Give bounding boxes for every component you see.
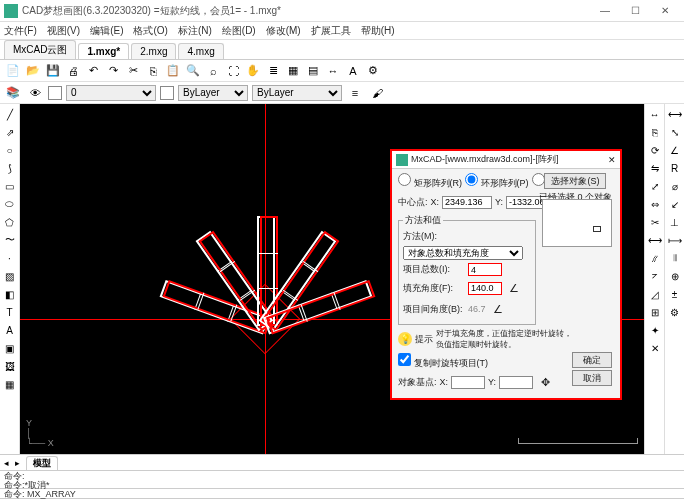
tab-3[interactable]: 4.mxg	[178, 43, 223, 59]
pick-fill-angle-icon[interactable]: ∠	[505, 279, 523, 297]
drawing-canvas[interactable]: Y│└── X MxCAD-[www.mxdraw3d.com]-[阵列] ✕ …	[20, 104, 644, 454]
angular-dim-icon[interactable]: ∠	[667, 142, 683, 158]
rotate-items-checkbox[interactable]: 复制时旋转项目(T)	[398, 353, 488, 370]
layer-select[interactable]: 0	[66, 85, 156, 101]
erase-icon[interactable]: ✕	[647, 340, 663, 356]
layout-prev-icon[interactable]: ◂	[4, 458, 9, 468]
brush-icon[interactable]: 🖌	[368, 84, 386, 102]
block-icon[interactable]: ▦	[284, 62, 302, 80]
dim-style-icon[interactable]: ⚙	[667, 304, 683, 320]
trim-icon[interactable]: ✂	[647, 214, 663, 230]
polygon-icon[interactable]: ⬠	[2, 214, 18, 230]
tab-cloud[interactable]: MxCAD云图	[4, 40, 76, 59]
text-icon[interactable]: A	[344, 62, 362, 80]
center-mark-icon[interactable]: ⊕	[667, 268, 683, 284]
fill-angle-input[interactable]	[468, 282, 502, 295]
undo-icon[interactable]: ↶	[84, 62, 102, 80]
menu-help[interactable]: 帮助(H)	[361, 24, 395, 38]
settings-icon[interactable]: ⚙	[364, 62, 382, 80]
ok-button[interactable]: 确定	[572, 352, 612, 368]
table-icon-2[interactable]: ▦	[2, 376, 18, 392]
menu-file[interactable]: 文件(F)	[4, 24, 37, 38]
tolerance-icon[interactable]: ±	[667, 286, 683, 302]
stretch-icon[interactable]: ⇔	[647, 196, 663, 212]
select-objects-button[interactable]: 选择对象(S)	[544, 173, 606, 189]
open-icon[interactable]: 📂	[24, 62, 42, 80]
move-icon[interactable]: ↔	[647, 106, 663, 122]
scale-icon[interactable]: ⤢	[647, 178, 663, 194]
zoom-window-icon[interactable]: ⌕	[204, 62, 222, 80]
lineweight-icon[interactable]: ≡	[346, 84, 364, 102]
maximize-button[interactable]: ☐	[620, 2, 650, 20]
point-icon[interactable]: ·	[2, 250, 18, 266]
extend-icon[interactable]: ⟷	[647, 232, 663, 248]
mirror-icon[interactable]: ⇋	[647, 160, 663, 176]
aligned-dim-icon[interactable]: ⤡	[667, 124, 683, 140]
tab-2[interactable]: 2.mxg	[131, 43, 176, 59]
pan-icon[interactable]: ✋	[244, 62, 262, 80]
menu-view[interactable]: 视图(V)	[47, 24, 80, 38]
ellipse-icon[interactable]: ⬭	[2, 196, 18, 212]
circle-icon[interactable]: ○	[2, 142, 18, 158]
pick-base-icon[interactable]: ✥	[536, 373, 554, 391]
chamfer-icon[interactable]: ◿	[647, 286, 663, 302]
pick-item-angle-icon[interactable]: ∠	[489, 300, 507, 318]
cut-icon[interactable]: ✂	[124, 62, 142, 80]
mtext-icon[interactable]: T	[2, 304, 18, 320]
redo-icon[interactable]: ↷	[104, 62, 122, 80]
search-icon[interactable]: 🔍	[184, 62, 202, 80]
rotate-icon[interactable]: ⟳	[647, 142, 663, 158]
diameter-dim-icon[interactable]: ⌀	[667, 178, 683, 194]
center-x-input[interactable]	[442, 196, 492, 209]
color-swatch[interactable]	[160, 86, 174, 100]
cancel-button[interactable]: 取消	[572, 370, 612, 386]
text-icon-2[interactable]: A	[2, 322, 18, 338]
item-count-input[interactable]	[468, 263, 502, 276]
block-insert-icon[interactable]: ▣	[2, 340, 18, 356]
arc-icon[interactable]: ⟆	[2, 160, 18, 176]
offset-icon[interactable]: ⫽	[647, 250, 663, 266]
menu-draw[interactable]: 绘图(D)	[222, 24, 256, 38]
zoom-extents-icon[interactable]: ⛶	[224, 62, 242, 80]
image-icon[interactable]: 🖼	[2, 358, 18, 374]
fillet-icon[interactable]: ⦢	[647, 268, 663, 284]
base-x-input[interactable]	[451, 376, 485, 389]
region-icon[interactable]: ◧	[2, 286, 18, 302]
radio-rect-array[interactable]: 矩形阵列(R)	[398, 173, 462, 190]
save-icon[interactable]: 💾	[44, 62, 62, 80]
layer-color-swatch[interactable]	[48, 86, 62, 100]
new-icon[interactable]: 📄	[4, 62, 22, 80]
tab-1[interactable]: 1.mxg*	[78, 43, 129, 59]
dialog-titlebar[interactable]: MxCAD-[www.mxdraw3d.com]-[阵列] ✕	[392, 151, 620, 169]
base-y-input[interactable]	[499, 376, 533, 389]
dialog-close-icon[interactable]: ✕	[608, 155, 616, 165]
close-button[interactable]: ✕	[650, 2, 680, 20]
continue-dim-icon[interactable]: ⟼	[667, 232, 683, 248]
copy-obj-icon[interactable]: ⎘	[647, 124, 663, 140]
menu-modify[interactable]: 修改(M)	[266, 24, 301, 38]
method-select[interactable]: 对象总数和填充角度	[403, 246, 523, 260]
layer-vis-icon[interactable]: 👁	[26, 84, 44, 102]
hatch-icon[interactable]: ▨	[2, 268, 18, 284]
menu-dim[interactable]: 标注(N)	[178, 24, 212, 38]
table-icon[interactable]: ▤	[304, 62, 322, 80]
polyline-icon[interactable]: ⇗	[2, 124, 18, 140]
baseline-dim-icon[interactable]: ⫴	[667, 250, 683, 266]
color-select[interactable]: ByLayer	[178, 85, 248, 101]
explode-icon[interactable]: ✦	[647, 322, 663, 338]
menu-extend[interactable]: 扩展工具	[311, 24, 351, 38]
paste-icon[interactable]: 📋	[164, 62, 182, 80]
linear-dim-icon[interactable]: ⟷	[667, 106, 683, 122]
copy-icon[interactable]: ⎘	[144, 62, 162, 80]
line-icon[interactable]: ╱	[2, 106, 18, 122]
ord-dim-icon[interactable]: ⊥	[667, 214, 683, 230]
layout-next-icon[interactable]: ▸	[15, 458, 20, 468]
layers-icon[interactable]: ≣	[264, 62, 282, 80]
leader-icon[interactable]: ↙	[667, 196, 683, 212]
linetype-select[interactable]: ByLayer	[252, 85, 342, 101]
radio-polar-array[interactable]: 环形阵列(P)	[465, 173, 529, 190]
dim-icon[interactable]: ↔	[324, 62, 342, 80]
minimize-button[interactable]: —	[590, 2, 620, 20]
radius-dim-icon[interactable]: R	[667, 160, 683, 176]
array-icon[interactable]: ⊞	[647, 304, 663, 320]
